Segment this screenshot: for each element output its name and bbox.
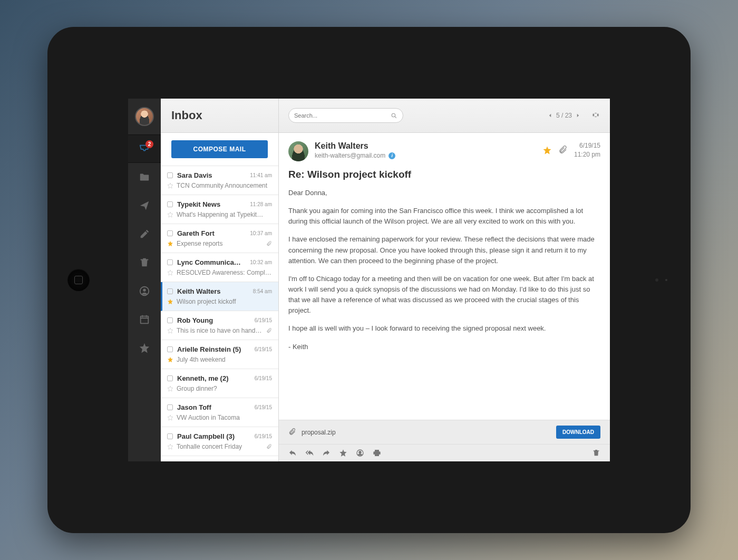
star-icon[interactable] xyxy=(167,327,173,334)
message-sender: Arielle Reinstein (5) xyxy=(177,345,250,353)
message-time: 6/19/15 xyxy=(255,375,272,381)
message-row[interactable]: Keith Walters 8:54 am Wilson project kic… xyxy=(161,282,278,311)
forward-icon[interactable] xyxy=(322,449,331,457)
message-checkbox[interactable] xyxy=(167,230,173,236)
home-button[interactable] xyxy=(67,269,90,291)
message-sender: Kenneth, me (2) xyxy=(177,374,250,382)
compose-wrap: COMPOSE MAIL xyxy=(161,133,278,166)
app-screen: 2 Inbox xyxy=(128,99,610,461)
download-button[interactable]: DOWNLOAD xyxy=(556,426,600,439)
trash-icon[interactable] xyxy=(592,449,600,457)
inbox-badge: 2 xyxy=(145,140,153,148)
star-icon[interactable] xyxy=(167,298,173,305)
reading-pane: 5 / 23 Keith Walters keith-walters@gmail… xyxy=(279,99,610,461)
body-paragraph: - Keith xyxy=(288,342,600,352)
message-list[interactable]: Sara Davis 11:41 am TCN Community Announ… xyxy=(161,166,278,461)
nav-calendar[interactable] xyxy=(128,305,161,334)
tablet-frame: 2 Inbox xyxy=(47,27,691,533)
star-icon[interactable] xyxy=(167,356,173,363)
chevron-right-icon[interactable] xyxy=(575,113,580,118)
reply-icon[interactable] xyxy=(288,449,297,457)
body-paragraph: I hope all is well with you – I look for… xyxy=(288,323,600,334)
info-icon[interactable]: i xyxy=(389,152,395,159)
paperclip-icon xyxy=(266,444,272,450)
message-sender: Typekit News xyxy=(177,200,246,208)
star-icon[interactable] xyxy=(167,414,173,421)
message-row[interactable]: Sara Davis 6/18/15 xyxy=(161,456,278,461)
settings-button[interactable] xyxy=(591,110,600,121)
nav-drafts[interactable] xyxy=(128,220,161,248)
print-icon[interactable] xyxy=(373,449,381,457)
message-subject-preview: Wilson project kickoff xyxy=(177,298,272,305)
message-subject-preview: RESOLVED Awareness: Comple… xyxy=(177,269,272,276)
nav-folders[interactable] xyxy=(128,163,161,191)
star-icon[interactable] xyxy=(167,443,173,450)
star-icon[interactable] xyxy=(167,385,173,392)
message-row[interactable]: Arielle Reinstein (5) 6/19/15 July 4th w… xyxy=(161,340,278,369)
star-icon[interactable] xyxy=(167,240,173,247)
compose-button[interactable]: COMPOSE MAIL xyxy=(171,140,268,158)
message-row[interactable]: Lync Communica… 10:32 am RESOLVED Awaren… xyxy=(161,253,278,282)
message-sender: Gareth Fort xyxy=(177,229,246,237)
message-checkbox[interactable] xyxy=(167,317,173,323)
sender-email-row: keith-walters@gmail.com i xyxy=(315,152,536,159)
message-subject-preview: This is nice to have on hand for… xyxy=(177,327,263,334)
sidebar: 2 xyxy=(128,99,161,461)
chevron-left-icon[interactable] xyxy=(548,113,553,118)
nav-inbox[interactable]: 2 xyxy=(128,134,161,163)
message-checkbox[interactable] xyxy=(167,288,173,294)
message-row[interactable]: Jason Toff 6/19/15 VW Auction in Tacoma xyxy=(161,398,278,427)
svg-point-3 xyxy=(392,113,395,117)
trash-icon xyxy=(139,257,150,268)
pager: 5 / 23 xyxy=(548,112,580,119)
message-time: 11:41 am xyxy=(250,172,272,178)
pager-text: 5 / 23 xyxy=(556,112,572,119)
message-body: Dear Donna,Thank you again for coming in… xyxy=(279,185,610,420)
message-checkbox[interactable] xyxy=(167,346,173,352)
message-row[interactable]: Paul Campbell (3) 6/19/15 Tonhalle conce… xyxy=(161,427,278,456)
message-row[interactable]: Gareth Fort 10:37 am Expense reports xyxy=(161,224,278,253)
message-checkbox[interactable] xyxy=(167,201,173,207)
star-icon[interactable] xyxy=(167,269,173,276)
message-time: 6/19/15 xyxy=(255,346,272,352)
message-sender: Rob Young xyxy=(177,316,250,324)
message-actions xyxy=(279,444,610,461)
star-icon[interactable] xyxy=(167,182,173,189)
search-icon xyxy=(391,112,397,119)
user-avatar[interactable] xyxy=(135,107,154,126)
sender-name: Keith Walters xyxy=(315,141,536,151)
attachment-bar: proposal.zip DOWNLOAD xyxy=(279,420,610,444)
paper-plane-icon xyxy=(139,200,150,211)
gear-icon xyxy=(591,110,600,120)
nav-sent[interactable] xyxy=(128,191,161,220)
tablet-camera xyxy=(655,278,667,282)
message-row[interactable]: Typekit News 11:28 am What's Happening a… xyxy=(161,195,278,224)
nav-trash[interactable] xyxy=(128,248,161,277)
nav-starred[interactable] xyxy=(128,334,161,362)
message-checkbox[interactable] xyxy=(167,375,173,381)
user-icon xyxy=(139,285,150,297)
nav-contacts[interactable] xyxy=(128,277,161,305)
sender-avatar[interactable] xyxy=(288,141,308,161)
user-icon[interactable] xyxy=(356,449,364,457)
star-icon xyxy=(139,342,150,354)
star-icon[interactable] xyxy=(542,146,552,155)
search-box[interactable] xyxy=(288,108,403,123)
calendar-icon xyxy=(139,314,150,325)
message-checkbox[interactable] xyxy=(167,172,173,178)
message-checkbox[interactable] xyxy=(167,259,173,265)
message-row[interactable]: Sara Davis 11:41 am TCN Community Announ… xyxy=(161,166,278,195)
reply-all-icon[interactable] xyxy=(305,449,314,457)
message-row[interactable]: Kenneth, me (2) 6/19/15 Group dinner? xyxy=(161,369,278,398)
message-subject-preview: Expense reports xyxy=(177,240,263,247)
message-subject-preview: Group dinner? xyxy=(177,385,272,392)
message-checkbox[interactable] xyxy=(167,404,173,410)
star-icon[interactable] xyxy=(339,449,347,457)
message-row[interactable]: Rob Young 6/19/15 This is nice to have o… xyxy=(161,311,278,340)
star-icon[interactable] xyxy=(167,211,173,218)
body-paragraph: Dear Donna, xyxy=(288,188,600,198)
message-checkbox[interactable] xyxy=(167,433,173,439)
search-input[interactable] xyxy=(294,112,391,119)
paperclip-icon[interactable] xyxy=(558,146,568,155)
message-subject-preview: July 4th weekend xyxy=(177,356,272,363)
